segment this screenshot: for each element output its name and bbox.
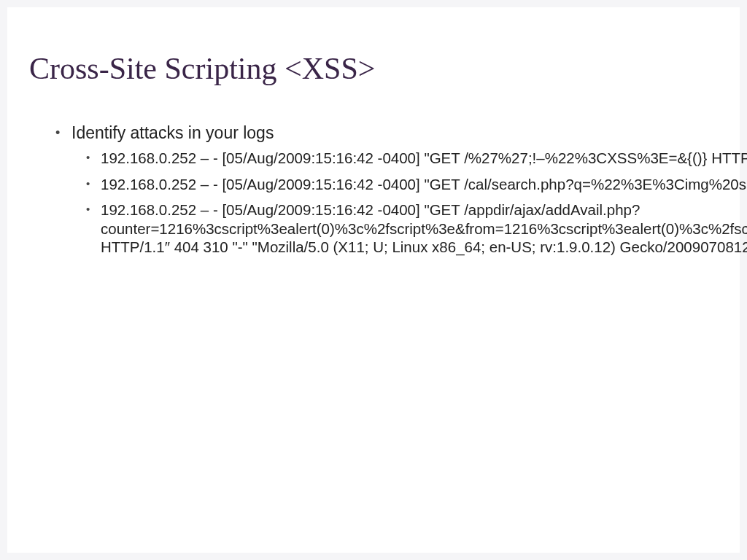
main-item-text: Identify attacks in your logs — [71, 123, 274, 142]
slide: Cross-Site Scripting <XSS> Identify atta… — [7, 7, 740, 553]
log-entry: 192.168.0.252 – - [05/Aug/2009:15:16:42 … — [101, 201, 747, 257]
log-entry: 192.168.0.252 – - [05/Aug/2009:15:16:42 … — [101, 175, 747, 194]
content-area: Cross-Site Scripting <XSS> Identify atta… — [7, 7, 747, 553]
log-entry: 192.168.0.252 – - [05/Aug/2009:15:16:42 … — [101, 149, 747, 168]
slide-title: Cross-Site Scripting <XSS> — [29, 51, 747, 86]
main-list: Identify attacks in your logs 192.168.0.… — [29, 122, 747, 257]
sub-list: 192.168.0.252 – - [05/Aug/2009:15:16:42 … — [71, 149, 747, 257]
main-list-item: Identify attacks in your logs 192.168.0.… — [71, 122, 747, 257]
